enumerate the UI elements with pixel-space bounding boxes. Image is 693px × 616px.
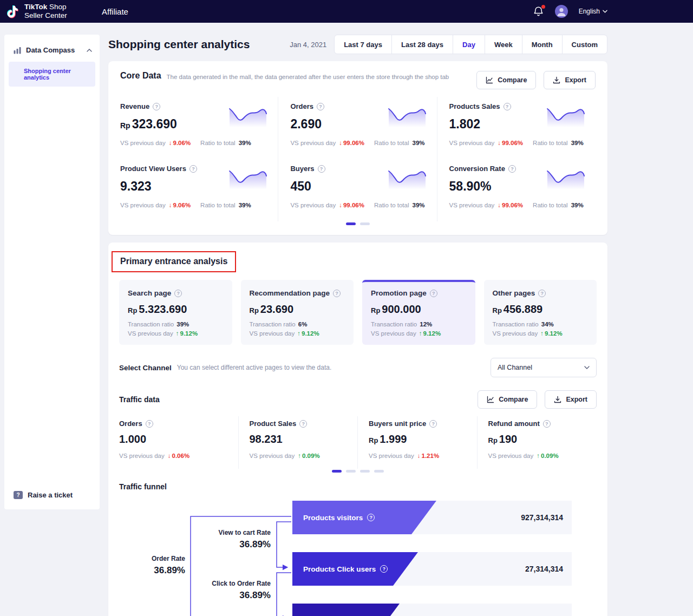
help-icon[interactable] [429,420,437,428]
metric-value: 1.999 [380,433,407,445]
stage-label: Products Click users [303,565,376,573]
arrow-up-icon: ↑ [298,453,301,459]
download-icon [554,396,561,403]
help-icon[interactable] [504,103,511,110]
tab-month[interactable]: Month [522,35,563,54]
help-icon[interactable] [333,290,341,297]
sidebar-section-data-compass[interactable]: Data Compass [4,35,100,61]
chevron-up-icon [87,49,92,52]
core-metrics-grid: Revenue Rp323.690 VS previous day ↓9.06%… [120,97,596,221]
view-to-cart-rate: View to cart Rate 36.89% [152,529,271,550]
metric-value: 98.231 [250,433,283,445]
page-header: Shopping center analytics Jan 4, 2021 La… [108,34,607,55]
arrow-down-icon: ↓ [417,453,421,459]
tab-last-28-days[interactable]: Last 28 days [391,35,453,54]
rate-value: 36.89% [152,590,271,601]
help-icon[interactable] [508,165,516,173]
entrance-card-search-page[interactable]: Search page Rp5.323.690 Transaction rati… [119,280,232,345]
rate-label: Order Rate [119,555,185,562]
traffic-metric-refund-amount: Refund amount Rp190 VS previous day↑0.09… [478,416,597,469]
entrance-card-other-pages[interactable]: Other pages Rp456.889 Transaction ratio3… [484,280,597,345]
change-value: ↓99.06% [339,202,364,208]
help-icon[interactable] [146,420,153,428]
export-button[interactable]: Export [544,71,596,89]
export-button[interactable]: Export [545,390,597,409]
core-data-header: Core Data The data generated in the mall… [120,71,596,89]
metric-label: Product View Users [120,165,186,173]
user-avatar[interactable] [555,5,568,18]
compare-button[interactable]: Compare [476,71,536,89]
change-value: ↓0.06% [168,453,189,459]
help-icon[interactable] [543,420,551,428]
pagination-dot-active[interactable] [332,470,342,473]
metric-label: Conversion Rate [449,165,505,173]
help-icon[interactable] [538,290,546,297]
page-title: Shopping center analytics [108,38,250,51]
line-chart-icon [486,76,493,84]
language-selector[interactable]: English [579,8,607,15]
metric-label: Orders [119,420,142,428]
entrance-cards: Search page Rp5.323.690 Transaction rati… [119,280,597,345]
tab-custom[interactable]: Custom [562,35,607,54]
transaction-ratio-value: 12% [420,321,432,327]
metric-label: Orders [290,102,313,110]
vs-label: VS previous day [250,453,295,459]
entrance-card-promotion-page[interactable]: Promotion page Rp900.000 Transaction rat… [362,280,475,345]
order-rate: Order Rate 36.89% [119,555,185,576]
nav-item-affiliate[interactable]: Affiliate [102,7,128,16]
primary-entrance-title: Primary entrance analysis [120,257,227,266]
ratio-value: 39% [413,140,425,146]
tab-last-7-days[interactable]: Last 7 days [334,35,392,54]
help-icon[interactable] [317,103,324,110]
raise-ticket[interactable]: ? Raise a ticket [14,491,73,499]
change-value: ↑0.09% [298,453,319,459]
traffic-funnel-chart: Order Rate 36.89% View to cart Rate 36.8… [119,499,597,616]
select-channel-description: You can select different active pages to… [177,364,332,371]
line-chart-icon [487,396,494,403]
currency-prefix: Rp [371,306,380,314]
metric-buyers: Buyers 450 VS previous day ↓99.06% Ratio… [278,159,437,221]
sparkline-chart [546,166,585,191]
ratio-label: Ratio to total [533,202,568,208]
arrow-down-icon: ↓ [339,202,342,208]
help-icon[interactable] [174,290,182,297]
rate-label: Click to Order Rate [152,580,271,587]
sidebar-item-shopping-center-analytics[interactable]: Shopping center analytics [9,62,95,87]
entrance-value: 456.889 [504,303,542,316]
traffic-data-title: Traffic data [119,395,160,404]
metric-value: 58.90% [449,179,492,194]
help-icon[interactable] [153,103,160,110]
stage-value: 7,314,314 [529,604,563,616]
pagination-dot[interactable] [374,470,384,473]
help-icon[interactable] [380,565,388,573]
channel-dropdown[interactable]: All Channel [491,358,597,377]
tab-day[interactable]: Day [453,35,485,54]
traffic-funnel-title: Traffic funnel [119,482,597,491]
pagination-dot[interactable] [346,470,356,473]
pagination-dot-active[interactable] [346,222,356,225]
transaction-ratio-label: Transaction ratio [371,321,417,327]
pagination-dot[interactable] [360,470,370,473]
entrance-card-recommendation-page[interactable]: Recommendation page Rp23.690 Transaction… [241,280,354,345]
stage-value: 27,314,314 [525,552,563,586]
help-icon[interactable] [318,165,325,173]
help-icon[interactable] [367,514,375,521]
arrow-down-icon: ↓ [498,140,501,146]
compare-button[interactable]: Compare [478,390,537,409]
help-icon[interactable] [430,290,437,297]
tab-week[interactable]: Week [485,35,522,54]
transaction-ratio-label: Transaction ratio [128,321,174,327]
change-value: ↓99.06% [339,140,364,146]
brand[interactable]: TikTok Shop Seller Center [0,3,102,20]
traffic-data-actions: Compare Export [478,390,597,409]
brand-line1-rest: Shop [49,3,67,11]
ratio-value: 39% [239,202,251,208]
arrow-up-icon: ↑ [176,330,179,337]
help-icon[interactable] [189,165,197,173]
change-value: ↑0.09% [537,453,558,459]
select-channel-row: Select Channel You can select different … [119,358,597,377]
pagination-dot[interactable] [360,222,370,225]
help-icon[interactable] [299,420,307,428]
vs-label: VS previous day [493,330,538,337]
notification-bell-icon[interactable] [533,6,544,17]
